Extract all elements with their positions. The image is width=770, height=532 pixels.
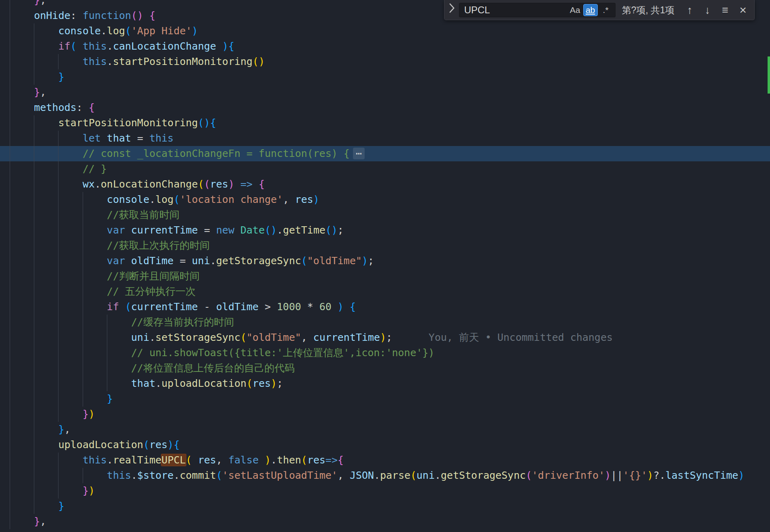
code-token: ( (246, 378, 252, 389)
code-token (332, 301, 338, 313)
find-input[interactable]: UPCL Aa ab .* (459, 3, 616, 17)
code-line[interactable]: this.startPositionMonitoring() (0, 54, 770, 69)
indent-guide (34, 23, 34, 39)
code-token: ( (240, 332, 246, 343)
code-line[interactable]: console.log('App Hide') (0, 23, 770, 39)
indent-guide (10, 8, 10, 23)
code-token (10, 0, 34, 6)
code-line[interactable]: console.log('location change', res) (0, 192, 770, 207)
code-line[interactable]: methods: { (0, 100, 770, 115)
code-line[interactable]: }, (0, 514, 770, 529)
code-token: } (58, 424, 64, 435)
indent-guide (10, 115, 10, 131)
code-token: . (155, 378, 161, 389)
code-token: function (83, 10, 131, 21)
whole-word-toggle[interactable]: ab (583, 4, 598, 16)
code-line-current[interactable]: // const _locationChangeFn = function(re… (0, 146, 770, 161)
code-line[interactable]: //获取上次执行的时间 (0, 238, 770, 253)
code-line[interactable]: }, (0, 85, 770, 100)
code-line[interactable]: //获取当前时间 (0, 207, 770, 223)
code-line[interactable]: } (0, 529, 770, 532)
code-line[interactable]: wx.onLocationChange((res) => { (0, 177, 770, 192)
code-line[interactable]: //缓存当前执行的时间 (0, 315, 770, 330)
indent-guide (58, 453, 58, 468)
toggle-replace-button[interactable] (444, 0, 459, 20)
code-line[interactable]: }) (0, 407, 770, 422)
previous-match-button[interactable]: ↑ (681, 2, 699, 18)
code-line[interactable]: //判断并且间隔时间 (0, 269, 770, 284)
code-line[interactable]: if( this.canLocationChange ){ (0, 39, 770, 54)
regex-toggle[interactable]: .* (599, 4, 613, 16)
indent-guide (58, 192, 58, 207)
code-line[interactable]: } (0, 391, 770, 407)
code-token: ( (173, 194, 179, 205)
indent-guide (58, 177, 58, 192)
arrow-up-icon: ↑ (687, 2, 693, 18)
indent-guide (34, 115, 34, 131)
code-line[interactable]: let that = this (0, 131, 770, 146)
fold-ellipsis[interactable]: ⋯ (353, 148, 365, 159)
indent-guide (34, 207, 34, 223)
match-case-toggle[interactable]: Aa (568, 4, 582, 16)
next-match-button[interactable]: ↓ (699, 2, 716, 18)
code-token: uploadLocation (58, 439, 143, 451)
code-token: //判断并且间隔时间 (107, 270, 200, 282)
code-line[interactable]: } (0, 499, 770, 514)
code-token: . (210, 255, 216, 267)
indent-guide (58, 161, 58, 177)
code-token: //将位置信息上传后台的自己的代码 (131, 362, 294, 374)
find-query-text[interactable]: UPCL (464, 2, 567, 18)
code-token: ( (125, 25, 131, 37)
close-find-button[interactable]: × (734, 2, 752, 18)
code-line[interactable]: }, (0, 422, 770, 437)
indent-guide (58, 483, 58, 499)
code-line[interactable]: // } (0, 161, 770, 177)
code-line[interactable]: var oldTime = uni.getStorageSync("oldTim… (0, 253, 770, 269)
code-line[interactable]: // uni.showToast({title:'上传位置信息',icon:'n… (0, 345, 770, 361)
code-token: //获取上次执行的时间 (107, 240, 210, 251)
code-token: // uni.showToast({title:'上传位置信息',icon:'n… (131, 347, 434, 359)
code-token: ; (368, 255, 374, 267)
code-token (10, 178, 83, 190)
code-line[interactable]: uploadLocation(res){ (0, 437, 770, 453)
code-token: uploadLocation (161, 378, 246, 389)
code-line[interactable]: this.realTimeUPCL( res, false ).then(res… (0, 453, 770, 468)
code-token: JSON (350, 469, 374, 481)
code-line[interactable]: //将位置信息上传后台的自己的代码 (0, 361, 770, 376)
code-token (10, 515, 34, 527)
code-line[interactable]: if (currentTime - oldTime > 1000 * 60 ) … (0, 299, 770, 315)
indent-guide (10, 131, 10, 146)
find-in-selection-button[interactable]: ≡ (716, 2, 734, 18)
indent-guide (34, 253, 34, 269)
code-line[interactable]: uni.setStorageSync("oldTime", currentTim… (0, 330, 770, 345)
code-token: ) (192, 25, 198, 37)
code-line[interactable]: startPositionMonitoring(){ (0, 115, 770, 131)
indent-guide (58, 54, 58, 69)
code-line[interactable]: } (0, 69, 770, 85)
code-token: console (107, 194, 149, 205)
code-token (252, 178, 259, 190)
code-token: } (34, 86, 40, 98)
indent-guide (10, 69, 10, 85)
code-token (10, 148, 83, 159)
indent-guide (34, 407, 34, 422)
code-token: { (173, 439, 179, 451)
code-token: currentTime (313, 332, 380, 343)
code-token: log (155, 194, 173, 205)
code-token (344, 301, 350, 313)
indent-guide (10, 223, 10, 238)
indent-guide (83, 223, 83, 238)
indent-guide (83, 269, 83, 284)
code-token: this (107, 469, 131, 481)
code-line[interactable]: that.uploadLocation(res); (0, 376, 770, 391)
code-token: getTime (283, 224, 325, 236)
indent-guide (10, 514, 10, 529)
code-token: 'App Hide' (131, 25, 192, 37)
code-token: $store (137, 469, 173, 481)
code-token: uni (417, 469, 435, 481)
code-token: . (173, 469, 179, 481)
code-line[interactable]: }) (0, 483, 770, 499)
code-line[interactable]: var currentTime = new Date().getTime(); (0, 223, 770, 238)
code-line[interactable]: // 五分钟执行一次 (0, 284, 770, 299)
code-line[interactable]: this.$store.commit('setLastUploadTime', … (0, 468, 770, 483)
